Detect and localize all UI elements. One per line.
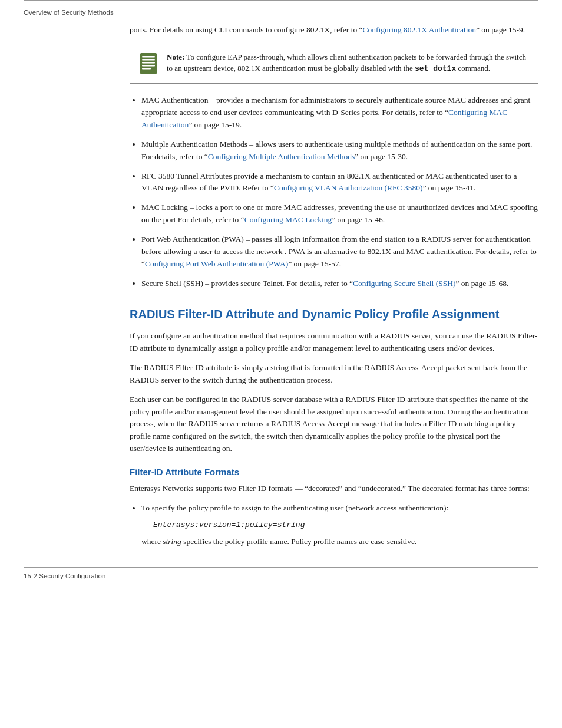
svg-rect-3 [142,62,155,64]
bullet-link-1[interactable]: Configuring Multiple Authentication Meth… [208,152,355,161]
subsection-para1: Enterasys Networks supports two Filter-I… [130,483,538,495]
bullet-link-2[interactable]: Configuring VLAN Authorization (RFC 3580… [274,183,423,192]
section-para3: Each user can be configured in the RADIU… [130,394,538,456]
content-area: ports. For details on using CLI commands… [0,18,562,567]
subsection-heading: Filter-ID Attribute Formats [130,467,538,477]
list-item: Secure Shell (SSH) – provides secure Tel… [141,278,538,290]
top-rule [24,0,538,4]
intro-text-after: ” on page 15-9. [476,25,525,34]
list-item: Port Web Authentication (PWA) – passes a… [141,233,538,271]
code-line: Enterasys:version=1:policy=string [153,519,538,531]
list-item: MAC Locking – locks a port to one or mor… [141,202,538,226]
svg-rect-5 [142,68,151,70]
svg-rect-2 [142,59,155,61]
intro-paragraph: ports. For details on using CLI commands… [130,24,538,37]
bullet-link-3[interactable]: Configuring MAC Locking [244,215,332,224]
bullet-list: MAC Authentication – provides a mechanis… [141,94,538,290]
section-para1: If you configure an authentication metho… [130,330,538,355]
note-suffix: command. [456,64,490,73]
note-text: Note: To configure EAP pass-through, whi… [167,51,531,75]
footer-text: 15-2 Security Configuration [0,568,562,584]
bullet-text-5: Secure Shell (SSH) – provides secure Tel… [141,279,353,288]
note-box: Note: To configure EAP pass-through, whi… [130,45,538,84]
intro-link[interactable]: Configuring 802.1X Authentication [363,25,476,34]
breadcrumb: Overview of Security Methods [0,4,562,18]
subsection-bullet-list: To specify the policy profile to assign … [141,502,538,548]
svg-rect-1 [142,56,155,58]
note-code: set dot1x [415,64,456,73]
page-container: Overview of Security Methods ports. For … [0,0,562,728]
svg-rect-4 [142,65,155,67]
bullet-link-4[interactable]: Configuring Port Web Authentication (PWA… [145,259,288,268]
list-item: RFC 3580 Tunnel Attributes provide a mec… [141,170,538,195]
section-heading: RADIUS Filter-ID Attribute and Dynamic P… [130,307,538,322]
list-item: Multiple Authentication Methods – allows… [141,139,538,163]
subsection-list-item: To specify the policy profile to assign … [141,502,538,548]
list-item: MAC Authentication – provides a mechanis… [141,94,538,131]
subsection-bullet1: To specify the policy profile to assign … [141,503,448,512]
note-label: Note: [167,52,184,61]
where-text: where string specifies the policy profil… [141,536,538,548]
bullet-link-5[interactable]: Configuring Secure Shell (SSH) [353,279,455,288]
note-icon [137,51,160,77]
section-para2: The RADIUS Filter-ID attribute is simply… [130,362,538,387]
intro-text-before: ports. For details on using CLI commands… [130,25,363,34]
